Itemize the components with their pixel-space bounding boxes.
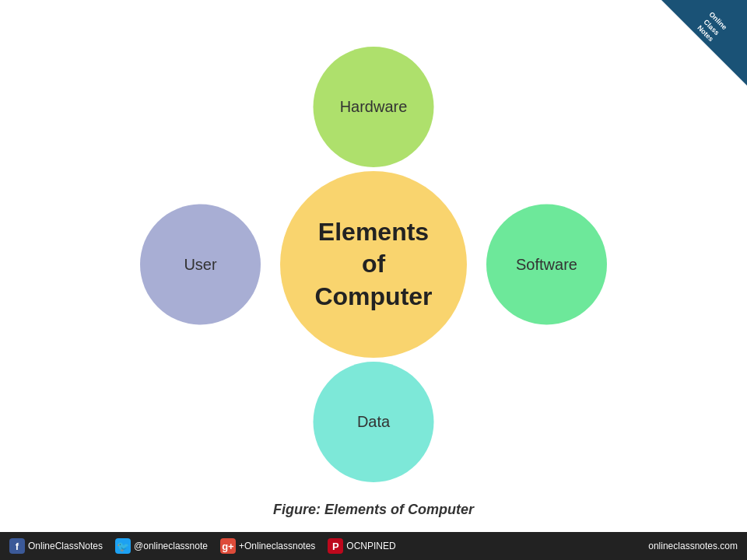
facebook-label: OnlineClassNotes — [28, 541, 103, 551]
twitter-icon: 🐦 — [115, 538, 131, 554]
data-label: Data — [357, 413, 390, 431]
hardware-label: Hardware — [340, 98, 408, 116]
footer-facebook[interactable]: f OnlineClassNotes — [9, 538, 103, 554]
center-circle: ElementsofComputer — [280, 171, 467, 358]
software-label: Software — [516, 256, 577, 274]
footer-bar: f OnlineClassNotes 🐦 @onlineclassnote g+… — [0, 532, 747, 560]
googleplus-icon: g+ — [220, 538, 236, 554]
twitter-label: @onlineclassnote — [134, 541, 208, 551]
pinterest-icon: P — [328, 538, 343, 554]
hardware-circle: Hardware — [314, 47, 434, 167]
diagram-wrapper: Hardware Software Data User ElementsofCo… — [140, 47, 607, 482]
pinterest-label: OCNPINED — [346, 541, 395, 551]
figure-caption: Figure: Elements of Computer — [0, 502, 747, 518]
data-circle: Data — [314, 362, 434, 482]
footer-pinterest[interactable]: P OCNPINED — [328, 538, 395, 554]
user-label: User — [184, 256, 216, 274]
footer-twitter[interactable]: 🐦 @onlineclassnote — [115, 538, 208, 554]
facebook-icon: f — [9, 538, 25, 554]
user-circle: User — [140, 205, 261, 325]
corner-badge: Online Class Notes — [661, 0, 747, 86]
footer-social-items: f OnlineClassNotes 🐦 @onlineclassnote g+… — [9, 538, 396, 554]
footer-website: onlineclassnotes.com — [648, 541, 738, 551]
software-circle: Software — [486, 205, 607, 325]
center-label: ElementsofComputer — [314, 216, 432, 313]
diagram-container: Hardware Software Data User ElementsofCo… — [0, 47, 747, 482]
googleplus-label: +Onlineclassnotes — [239, 541, 315, 551]
footer-googleplus[interactable]: g+ +Onlineclassnotes — [220, 538, 315, 554]
